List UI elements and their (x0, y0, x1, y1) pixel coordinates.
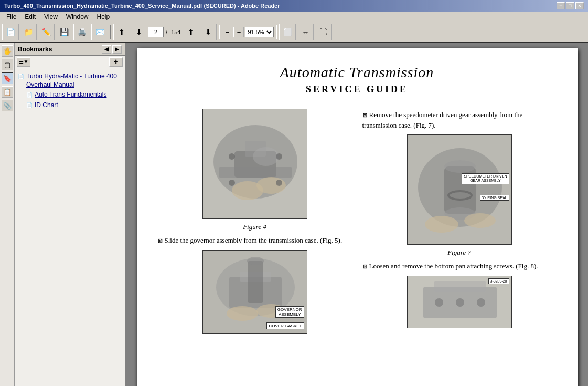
page-total: 154 (171, 29, 180, 35)
prev-page-button[interactable]: ⬇ (131, 24, 147, 40)
pdf-right-column: ⊠Remove the speedometer driven gear asse… (362, 106, 557, 339)
svg-point-18 (227, 306, 258, 321)
menu-view[interactable]: View (40, 12, 62, 22)
speedometer-text: Remove the speedometer driven gear assem… (362, 111, 523, 129)
pdf-left-column: Figure 4 ⊠Slide the governor assembly fr… (158, 106, 352, 339)
bookmark-item-2[interactable]: 📄 ID Chart (25, 100, 123, 111)
edit-button[interactable]: ✏️ (38, 24, 55, 40)
titlebar: Turbo_400_Transmission_Hydramatic_Turbin… (0, 0, 588, 12)
titlebar-title: Turbo_400_Transmission_Hydramatic_Turbin… (4, 3, 280, 9)
bookmark-tree: 📄 Turbo Hydra-Matic - Turbine 400 Overha… (15, 68, 125, 386)
menu-help[interactable]: Help (93, 12, 114, 22)
svg-point-9 (276, 153, 282, 160)
fig5-label-governor: GOVERNORASSEMBLY (275, 306, 304, 318)
bookmark-item-1[interactable]: 📄 Auto Trans Fundamentals (25, 90, 123, 100)
bookmark-icon-0: 📄 (18, 73, 24, 80)
menubar: File Edit View Window Help (0, 12, 588, 22)
pdf-subtitle: SERVICE GUIDE (158, 84, 557, 95)
bookmark-item-0[interactable]: 📄 Turbo Hydra-Matic - Turbine 400 Overha… (17, 71, 123, 90)
new-button[interactable]: 📄 (2, 24, 19, 40)
bookmarks-title: Bookmarks (18, 46, 52, 53)
pdf-content-columns: Figure 4 ⊠Slide the governor assembly fr… (158, 106, 557, 339)
svg-rect-5 (219, 167, 292, 178)
svg-point-10 (229, 180, 235, 186)
toolbar-separator-2 (219, 25, 220, 39)
fit-width-button[interactable]: ↔ (297, 24, 314, 40)
svg-point-8 (229, 153, 235, 160)
svg-point-11 (276, 180, 282, 186)
checkbox-governor: ⊠ (158, 237, 163, 244)
close-button[interactable]: × (575, 2, 584, 9)
svg-point-33 (477, 298, 485, 307)
bookmark-icon-2: 📄 (26, 102, 33, 109)
side-icon-strip: 🖐 ▢ 🔖 📋 📎 (0, 43, 15, 386)
bookmark-new-btn[interactable]: ✚ (109, 57, 123, 67)
fullscreen-button[interactable]: ⛶ (315, 24, 332, 40)
expand-panel-button[interactable]: ▶ (112, 45, 122, 54)
figure-8-container: J-3289-20 (362, 276, 557, 330)
svg-point-7 (256, 177, 286, 194)
checkbox-pan: ⊠ (362, 263, 367, 269)
email-button[interactable]: ✉️ (91, 24, 108, 40)
zoom-in-button[interactable]: + (233, 27, 244, 37)
figure-4-caption: Figure 4 (158, 223, 352, 231)
fit-page-button[interactable]: ⬜ (279, 24, 296, 40)
maximize-button[interactable]: □ (566, 2, 574, 9)
attachment-icon[interactable]: 📎 (2, 100, 13, 111)
governor-text: Slide the governor assembly from the tra… (165, 236, 343, 244)
bookmarks-toolbar: ☰▼ ✚ (15, 56, 125, 68)
pages-icon[interactable]: 📋 (2, 86, 13, 98)
fig7-label-oring: 'O' RING SEAL (480, 195, 509, 201)
figure-4-svg (203, 109, 307, 219)
svg-point-27 (464, 213, 496, 228)
fig8-label-j: J-3289-20 (488, 278, 509, 284)
svg-point-17 (247, 257, 264, 265)
main-layout: 🖐 ▢ 🔖 📋 📎 Bookmarks ◀ ▶ ☰▼ ✚ 📄 (0, 43, 588, 386)
pdf-viewer[interactable]: Automatic Transmission SERVICE GUIDE (126, 43, 588, 386)
pan-text: Loosen and remove the bottom pan attachi… (369, 262, 538, 270)
figure-5-svg (203, 251, 307, 334)
pdf-main-title: Automatic Transmission (158, 64, 557, 81)
select-icon[interactable]: ▢ (2, 59, 13, 70)
next-page-button[interactable]: ⬆ (183, 24, 199, 40)
bookmark-icon-1: 📄 (26, 91, 33, 98)
pdf-text-speedometer: ⊠Remove the speedometer driven gear asse… (362, 110, 557, 130)
toolbar: 📄 📁 ✏️ 💾 🖨️ ✉️ ⬆ ⬇ / 154 ⬆ ⬇ − + 91.5% 5… (0, 22, 588, 43)
figure-7-svg (408, 135, 512, 245)
bookmark-list-btn[interactable]: ☰▼ (17, 57, 30, 67)
checkbox-speedometer: ⊠ (362, 112, 367, 118)
page-number-input[interactable] (148, 27, 164, 37)
svg-rect-16 (248, 261, 263, 303)
svg-point-23 (444, 160, 476, 173)
bookmarks-header-buttons: ◀ ▶ (102, 45, 122, 54)
menu-window[interactable]: Window (62, 12, 93, 22)
open-button[interactable]: 📁 (20, 24, 37, 40)
zoom-out-button[interactable]: − (222, 27, 232, 37)
pdf-page: Automatic Transmission SERVICE GUIDE (137, 48, 578, 386)
hand-tool-icon[interactable]: 🖐 (2, 45, 13, 57)
menu-edit[interactable]: Edit (20, 12, 40, 22)
svg-point-31 (435, 298, 443, 307)
save-button[interactable]: 💾 (56, 24, 72, 40)
figure-5-image: GOVERNORASSEMBLY COVER GASKET (202, 250, 307, 334)
figure-7-container: SPEEDOMETER DRIVENGEAR ASSEMBLY 'O' RING… (362, 134, 557, 257)
menu-file[interactable]: File (2, 12, 20, 22)
bookmark-panel-icon[interactable]: 🔖 (2, 72, 13, 84)
last-page-button[interactable]: ⬇ (200, 24, 217, 40)
bookmarks-panel: Bookmarks ◀ ▶ ☰▼ ✚ 📄 Turbo Hydra-Matic -… (15, 43, 125, 386)
svg-point-4 (253, 147, 279, 166)
first-page-button[interactable]: ⬆ (113, 24, 130, 40)
collapse-panel-button[interactable]: ◀ (102, 45, 111, 54)
page-separator: / (166, 29, 167, 35)
titlebar-controls: − □ × (557, 2, 584, 9)
pdf-text-pan: ⊠Loosen and remove the bottom pan attach… (362, 261, 557, 272)
toolbar-separator-3 (276, 25, 277, 39)
print-button[interactable]: 🖨️ (73, 24, 90, 40)
svg-point-26 (425, 216, 458, 233)
zoom-select[interactable]: 91.5% 50% 75% 100% 125% 150% (245, 27, 274, 37)
svg-point-32 (456, 298, 464, 307)
svg-rect-30 (434, 281, 486, 292)
minimize-button[interactable]: − (557, 2, 565, 9)
figure-7-image: SPEEDOMETER DRIVENGEAR ASSEMBLY 'O' RING… (407, 134, 512, 245)
fig7-label-speedo: SPEEDOMETER DRIVENGEAR ASSEMBLY (462, 173, 509, 184)
